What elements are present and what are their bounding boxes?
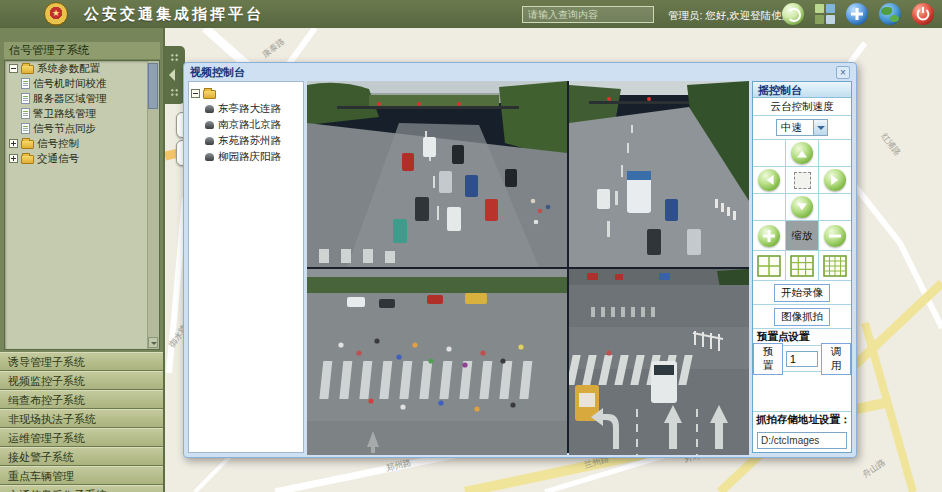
call-preset-button[interactable]: 调用: [821, 343, 851, 375]
preset-row: 预置 调用: [753, 346, 851, 372]
tree-node-leaf[interactable]: 信号机时间校准: [5, 76, 159, 91]
preset-button[interactable]: 预置: [753, 343, 783, 375]
zoom-in-button[interactable]: [758, 225, 780, 247]
sidebar-item-video-surveillance[interactable]: 视频监控子系统: [0, 371, 163, 390]
pan-left-button[interactable]: [758, 169, 780, 191]
arrow-left-icon: [762, 175, 774, 185]
video-feed-3[interactable]: [307, 269, 567, 455]
signal-tree-panel: 系统参数配置 信号机时间校准 服务器区域管理 警卫路线管理 信号节点同步: [4, 60, 160, 350]
pan-stop-button[interactable]: [794, 172, 811, 189]
zoom-out-button[interactable]: [824, 225, 846, 247]
zoom-label[interactable]: 缩放: [786, 221, 818, 250]
layout-3x3-icon[interactable]: [790, 255, 814, 277]
sidebar-item-dispatch[interactable]: 接处警子系统: [0, 447, 163, 466]
app-header: ★ 公安交通集成指挥平台 管理员: 您好,欢迎登陆使用: [0, 0, 942, 28]
pan-down-button[interactable]: [791, 196, 813, 218]
sidebar-item-operations[interactable]: 运维管理子系统: [0, 428, 163, 447]
chevron-left-icon: [169, 69, 175, 81]
apps-grid-icon[interactable]: [815, 4, 835, 24]
camera-tree-root[interactable]: [191, 86, 301, 101]
close-icon[interactable]: ×: [836, 66, 850, 79]
video-feed-1[interactable]: [307, 81, 567, 267]
speed-select[interactable]: 中速: [776, 119, 828, 136]
tree-scrollbar[interactable]: [147, 61, 159, 349]
power-glyph: [912, 3, 934, 25]
pan-up-button[interactable]: [791, 142, 813, 164]
camera-label: 柳园路庆阳路: [218, 150, 281, 164]
camera-icon: [205, 121, 214, 129]
user-greeting: 管理员: 您好,欢迎登陆使用: [668, 9, 792, 23]
video-feed-4[interactable]: [569, 269, 749, 455]
refresh-icon[interactable]: [782, 3, 804, 25]
camera-label: 东苑路苏州路: [218, 134, 281, 148]
folder-icon: [21, 65, 34, 74]
app-title: 公安交通集成指挥平台: [84, 5, 264, 24]
tree-node-collapsed[interactable]: 信号控制: [5, 136, 159, 151]
document-icon: [21, 93, 30, 104]
dialog-title: 视频控制台: [190, 65, 245, 80]
camera-item[interactable]: 东亭路大连路: [191, 101, 301, 117]
feed2-scene: [569, 81, 749, 267]
add-icon[interactable]: [846, 3, 868, 25]
video-grid: [307, 81, 749, 453]
camera-item[interactable]: 南京路北京路: [191, 117, 301, 133]
sidebar-collapse-handle[interactable]: [165, 46, 185, 104]
sidebar-item-key-vehicles[interactable]: 重点车辆管理: [0, 466, 163, 485]
layout-2x2-icon[interactable]: [757, 255, 781, 277]
collapse-icon[interactable]: [191, 89, 200, 98]
police-badge-icon: ★: [44, 2, 68, 26]
sidebar-item-offsite-enforcement[interactable]: 非现场执法子系统: [0, 409, 163, 428]
pan-right-button[interactable]: [824, 169, 846, 191]
minus-icon: [829, 234, 841, 237]
grip-dots-icon: [170, 53, 179, 62]
signal-subsystem-title[interactable]: 信号管理子系统: [4, 42, 160, 59]
tree-node-leaf[interactable]: 警卫路线管理: [5, 106, 159, 121]
camera-item[interactable]: 柳园路庆阳路: [191, 149, 301, 165]
power-icon[interactable]: [912, 3, 934, 25]
search-input[interactable]: [522, 6, 654, 23]
layout-4x4-icon[interactable]: [823, 255, 847, 277]
tree-node-leaf[interactable]: 信号节点同步: [5, 121, 159, 136]
sidebar-item-guidance[interactable]: 诱导管理子系统: [0, 352, 163, 371]
ptz-dpad: [753, 140, 851, 221]
camera-icon: [205, 137, 214, 145]
scroll-down-icon[interactable]: [148, 337, 158, 348]
tree-node-label: 信号机时间校准: [33, 77, 107, 91]
globe-icon[interactable]: [879, 3, 901, 25]
ptz-panel-title: 摇控制台: [753, 82, 851, 98]
tree-node-leaf[interactable]: 服务器区域管理: [5, 91, 159, 106]
tree-node-collapsed[interactable]: 交通信号: [5, 151, 159, 166]
camera-tree-panel: 东亭路大连路 南京路北京路 东苑路苏州路 柳园路庆阳路: [188, 81, 304, 453]
preset-number-input[interactable]: [786, 351, 818, 367]
ptz-zoom-row: 缩放: [753, 221, 851, 251]
snapshot-button[interactable]: 图像抓拍: [774, 308, 830, 326]
tree-node-label: 信号控制: [37, 137, 79, 151]
road-label: 郑州路: [385, 457, 412, 473]
video-feed-2[interactable]: [569, 81, 749, 267]
sidebar-item-inspection-control[interactable]: 缉查布控子系统: [0, 390, 163, 409]
snapshot-path-label: 抓拍存储地址设置：: [753, 412, 851, 428]
expand-icon[interactable]: [9, 154, 18, 163]
camera-item[interactable]: 东苑路苏州路: [191, 133, 301, 149]
ptz-speed-row: 中速: [753, 116, 851, 140]
tree-node-label: 交通信号: [37, 152, 79, 166]
scrollbar-thumb[interactable]: [148, 63, 158, 109]
sidebar-item-traffic-info[interactable]: 交通信息采集子系统: [0, 485, 163, 492]
feed1-scene: [307, 81, 567, 267]
open-folder-icon: [203, 90, 216, 99]
ptz-speed-label: 云台控制速度: [753, 98, 851, 116]
layout-row: [753, 251, 851, 281]
app-root: 康泰路 红浦路 御水路 郑州路 兰州路 外环一路 舟山路 ★ 公安交通集成指挥平…: [0, 0, 942, 492]
arrow-right-icon: [831, 175, 843, 185]
feed4-scene: [569, 269, 749, 455]
snapshot-path-input[interactable]: [757, 432, 847, 449]
start-record-button[interactable]: 开始录像: [774, 284, 830, 302]
header-icon-bar: [782, 3, 934, 25]
grip-dots-icon: [170, 88, 179, 97]
dialog-titlebar[interactable]: 视频控制台 ×: [184, 63, 856, 81]
tree-node-root[interactable]: 系统参数配置: [5, 61, 159, 76]
chevron-down-icon[interactable]: [813, 120, 827, 135]
video-console-dialog: 视频控制台 × 东亭路大连路 南京路北京路: [183, 62, 857, 458]
collapse-icon[interactable]: [9, 64, 18, 73]
expand-icon[interactable]: [9, 139, 18, 148]
